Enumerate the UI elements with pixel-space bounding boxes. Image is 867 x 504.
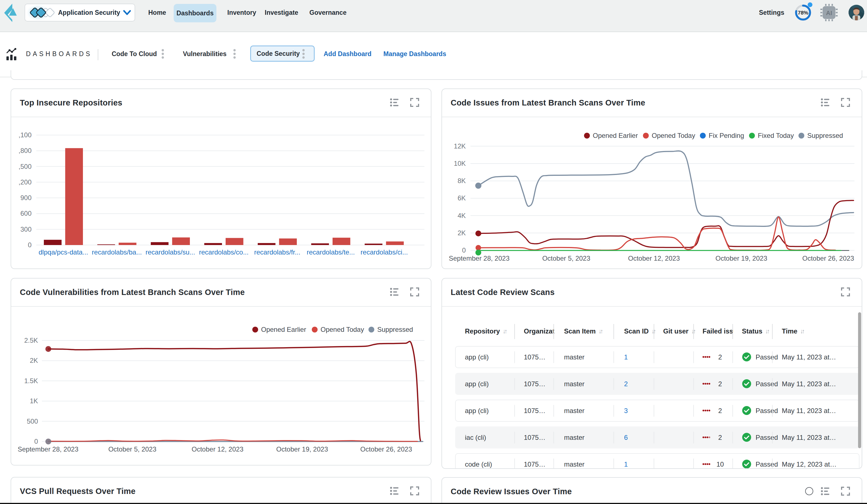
svg-text:October 19, 2023: October 19, 2023: [276, 446, 328, 453]
svg-text:Opened Earlier: Opened Earlier: [593, 132, 638, 139]
svg-text:September 28, 2023: September 28, 2023: [18, 446, 78, 453]
svg-text:,500: ,500: [19, 163, 32, 170]
svg-text:Opened Today: Opened Today: [321, 326, 364, 333]
svg-text:September 28, 2023: September 28, 2023: [449, 254, 510, 262]
svg-text:2.5K: 2.5K: [24, 337, 38, 344]
svg-text:500: 500: [27, 417, 38, 425]
svg-text:12K: 12K: [454, 142, 466, 150]
svg-text:10K: 10K: [454, 160, 466, 167]
svg-text:6K: 6K: [458, 194, 466, 202]
svg-text:recardolabs/fr...: recardolabs/fr...: [254, 248, 300, 256]
svg-text:recardolabs/su...: recardolabs/su...: [146, 248, 195, 256]
svg-text:0: 0: [28, 241, 32, 249]
svg-text:8K: 8K: [458, 177, 466, 185]
svg-text:,100: ,100: [19, 131, 32, 139]
svg-text:October 12, 2023: October 12, 2023: [628, 254, 679, 262]
svg-text:recardolabs/ci...: recardolabs/ci...: [361, 248, 408, 256]
svg-text:2K: 2K: [30, 357, 38, 364]
svg-text:1.5K: 1.5K: [24, 377, 38, 385]
svg-text:1K: 1K: [30, 397, 38, 405]
svg-text:October 19, 2023: October 19, 2023: [715, 254, 767, 262]
svg-text:dlpqa/pcs-data...: dlpqa/pcs-data...: [39, 248, 88, 256]
svg-text:AI: AI: [826, 10, 832, 17]
svg-text:78%: 78%: [798, 10, 809, 15]
svg-text:600: 600: [20, 210, 32, 217]
svg-text:,800: ,800: [19, 147, 32, 154]
svg-text:Suppressed: Suppressed: [807, 132, 843, 139]
svg-text:0: 0: [462, 246, 466, 254]
svg-text:recardolabs/ba...: recardolabs/ba...: [92, 248, 142, 256]
svg-text:October 5, 2023: October 5, 2023: [542, 254, 590, 262]
svg-text:,200: ,200: [19, 178, 32, 186]
svg-text:2K: 2K: [458, 229, 466, 237]
svg-text:0: 0: [34, 438, 38, 445]
svg-text:recardolabs/co...: recardolabs/co...: [199, 248, 248, 256]
svg-text:October 26, 2023: October 26, 2023: [360, 446, 412, 453]
svg-text:Opened Today: Opened Today: [652, 132, 695, 139]
svg-text:300: 300: [20, 226, 32, 233]
svg-text:4K: 4K: [458, 212, 466, 219]
svg-text:October 5, 2023: October 5, 2023: [108, 446, 156, 453]
svg-text:Suppressed: Suppressed: [377, 326, 413, 333]
svg-text:recardolabs/te...: recardolabs/te...: [307, 248, 355, 256]
svg-text:Fix Pending: Fix Pending: [709, 132, 744, 139]
svg-text:Opened Earlier: Opened Earlier: [261, 326, 306, 333]
svg-text:October 12, 2023: October 12, 2023: [192, 446, 243, 453]
svg-text:Fixed Today: Fixed Today: [758, 132, 794, 139]
svg-text:October 26, 2023: October 26, 2023: [802, 254, 854, 262]
svg-text:900: 900: [20, 194, 32, 201]
